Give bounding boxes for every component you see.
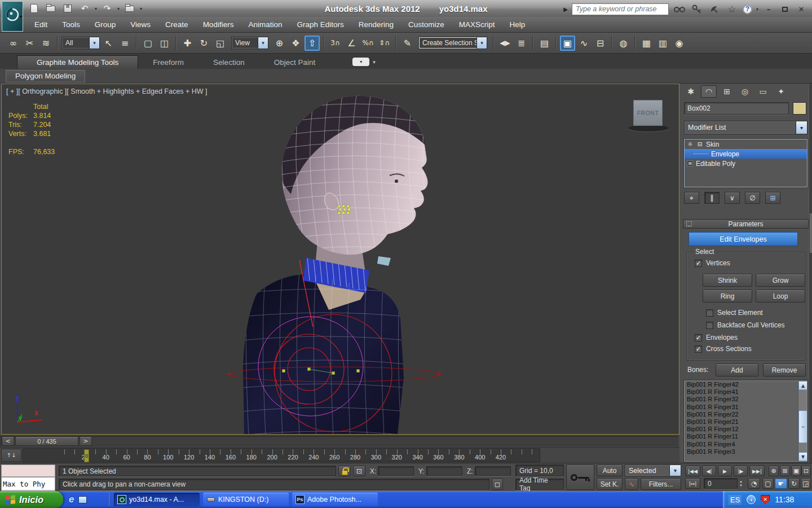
open-mini-curve-editor-button[interactable]: ↑↓ [1, 449, 21, 462]
select-and-rotate-icon[interactable]: ↻ [196, 36, 211, 51]
modifier-list-dropdown[interactable]: Modifier List ▾ [684, 121, 807, 134]
viewport[interactable]: [ + ][ Orthographic ][ Smooth + Highligh… [1, 84, 679, 435]
graphite-ribbon-toggle-icon[interactable]: ▣ [560, 36, 575, 51]
backface-cull-checkbox[interactable]: Backface Cull Vertices [706, 321, 784, 329]
start-button[interactable]: Inicio [0, 491, 63, 508]
time-slider-thumb[interactable]: 0 / 435 [15, 436, 78, 446]
menu-rendering[interactable]: Rendering [351, 17, 401, 32]
reference-coordinate-system-dropdown[interactable]: View ▾ [231, 37, 268, 49]
taskbar-task-photoshop[interactable]: PsAdobe Photosh... [292, 493, 378, 506]
edit-envelopes-button[interactable]: Edit Envelopes [689, 232, 798, 246]
collapse-skin-icon[interactable]: ⊟ [696, 141, 703, 147]
rendered-frame-window-icon[interactable]: ▥ [655, 36, 670, 51]
menu-group[interactable]: Group [87, 17, 123, 32]
menu-customize[interactable]: Customize [401, 17, 452, 32]
viewcube[interactable]: FRONT [628, 99, 669, 134]
search-button[interactable] [673, 3, 686, 15]
key-mode-step-button[interactable]: |↔| [685, 478, 700, 489]
render-setup-icon[interactable]: ▦ [639, 36, 654, 51]
ribbon-tab-object-paint[interactable]: Object Paint [259, 56, 330, 69]
favorites-star-icon[interactable]: ☆ [725, 3, 739, 15]
cross-sections-checkbox-box[interactable]: ✓ [695, 345, 702, 353]
bone-list-item[interactable]: Bip001 R Finger31 [685, 404, 807, 411]
help-button[interactable]: ? [743, 5, 752, 14]
ribbon-tab-graphite[interactable]: Graphite Modeling Tools [17, 55, 138, 69]
auto-key-button[interactable]: Auto [597, 465, 623, 476]
remove-modifier-icon[interactable]: ∅ [745, 192, 760, 204]
z-coordinate-field[interactable] [475, 466, 511, 476]
render-production-icon[interactable]: ◉ [672, 36, 687, 51]
infocenter-expand-icon[interactable]: ▶ [563, 6, 568, 12]
menu-maxscript[interactable]: MAXScript [452, 17, 502, 32]
go-to-start-button[interactable]: |◀◀ [685, 466, 700, 476]
filters-button[interactable]: Filters... [641, 478, 681, 490]
frame-indicator[interactable]: 0 [84, 449, 89, 462]
envelopes-checkbox[interactable]: ✓ Envelopes [695, 334, 738, 341]
bone-list-scrollbar[interactable]: ▲ ≡ ▼ [798, 381, 807, 461]
bone-list-item[interactable]: Bip001 R Finger41 [685, 388, 807, 396]
select-and-link-icon[interactable]: ∞ [6, 36, 21, 51]
open-file-button[interactable] [44, 2, 58, 15]
manage-layers-icon[interactable]: ▤ [537, 36, 552, 51]
y-coordinate-field[interactable] [426, 466, 462, 476]
bone-list-item[interactable]: Bip001 R Finger21 [685, 418, 807, 426]
communication-center-button[interactable] [708, 3, 721, 15]
taskbar-task-3dsmax[interactable]: yo3d14.max - A... [114, 493, 200, 506]
selection-lock-toggle[interactable] [338, 466, 351, 476]
add-time-tag[interactable]: Add Time Tag [515, 479, 564, 490]
key-filter-dropdown[interactable]: Selected ▾ [625, 465, 681, 476]
bone-list-item[interactable]: Bip001 R Finger4 [685, 441, 807, 448]
menu-views[interactable]: Views [123, 17, 158, 32]
stack-row-envelope[interactable]: Envelope [685, 149, 807, 159]
frame-spinner[interactable]: ▴ ▾ [738, 478, 744, 489]
isolate-selection-toggle[interactable]: ◻ [492, 479, 503, 490]
parameters-rollout-header[interactable]: _ Parameters [683, 219, 809, 229]
bone-list-item[interactable]: Bip001 R Finger42 [685, 381, 807, 388]
zoom-extents-all-icon[interactable]: ⊡ [801, 466, 811, 476]
grow-button[interactable]: Grow [756, 274, 805, 287]
zoom-extents-icon[interactable]: ▣ [791, 466, 801, 476]
bone-list-item[interactable]: Bip001 R Finger11 [685, 433, 807, 440]
hierarchy-tab-icon[interactable]: ⊞ [719, 85, 735, 98]
curve-editor-icon[interactable]: ∿ [576, 36, 592, 51]
undo-caret-icon[interactable]: ▾ [95, 6, 97, 11]
show-end-result-icon[interactable]: ‖ [704, 192, 720, 204]
x-coordinate-field[interactable] [378, 466, 414, 476]
security-alert-icon[interactable]: ✕ [761, 495, 770, 504]
taskbar-task-drive[interactable]: KINGSTON (D:) [203, 493, 289, 506]
minimize-button[interactable]: – [762, 4, 775, 14]
redo-caret-icon[interactable]: ▾ [117, 6, 120, 11]
zoom-fov-icon[interactable]: ⊕ [769, 466, 779, 476]
time-slider-track[interactable] [1, 436, 678, 446]
next-frame-button[interactable]: > [80, 436, 92, 446]
quick-launch-app-icon[interactable] [78, 496, 87, 503]
close-button[interactable]: ✕ [795, 4, 807, 14]
stack-row-skin[interactable]: ☼ ⊟ Skin [685, 139, 807, 149]
zoom-region-icon[interactable]: ▢ [762, 478, 774, 489]
command-panel-scrollbar[interactable] [809, 84, 812, 463]
previous-frame-button[interactable]: < [2, 436, 14, 446]
use-pivot-point-center-icon[interactable]: ⊕ [272, 36, 287, 51]
set-key-button[interactable]: Set K. [597, 478, 623, 490]
3d-model-wireframe[interactable] [2, 84, 679, 434]
select-and-move-icon[interactable]: ✚ [180, 36, 195, 51]
set-keys-button[interactable] [566, 465, 594, 490]
named-selection-sets-dropdown[interactable]: Create Selection S ▾ [418, 37, 487, 49]
align-icon[interactable]: ≣ [514, 36, 529, 51]
bone-list-item[interactable]: Bip001 R Finger12 [685, 426, 807, 433]
previous-frame-playback-button[interactable]: ◀| [702, 466, 716, 476]
spinner-down-icon[interactable]: ▾ [740, 484, 742, 488]
rectangular-selection-region-icon[interactable]: ▢ [140, 36, 156, 51]
shrink-button[interactable]: Shrink [703, 274, 752, 287]
menu-tools[interactable]: Tools [55, 17, 87, 32]
object-color-swatch[interactable] [793, 102, 806, 115]
ribbon-tab-freeform[interactable]: Freeform [138, 56, 198, 69]
select-and-scale-icon[interactable]: ◱ [213, 36, 228, 51]
expand-editable-poly-icon[interactable]: ⊞ [687, 160, 693, 167]
current-frame-field[interactable]: 0 [704, 478, 738, 489]
unlink-selection-icon[interactable]: ✂ [22, 36, 37, 51]
selected-vertices[interactable] [338, 205, 351, 214]
pin-stack-icon[interactable]: ⌖ [684, 192, 699, 204]
set-project-folder-button[interactable] [123, 2, 136, 15]
undo-button[interactable]: ↶ [78, 2, 91, 15]
